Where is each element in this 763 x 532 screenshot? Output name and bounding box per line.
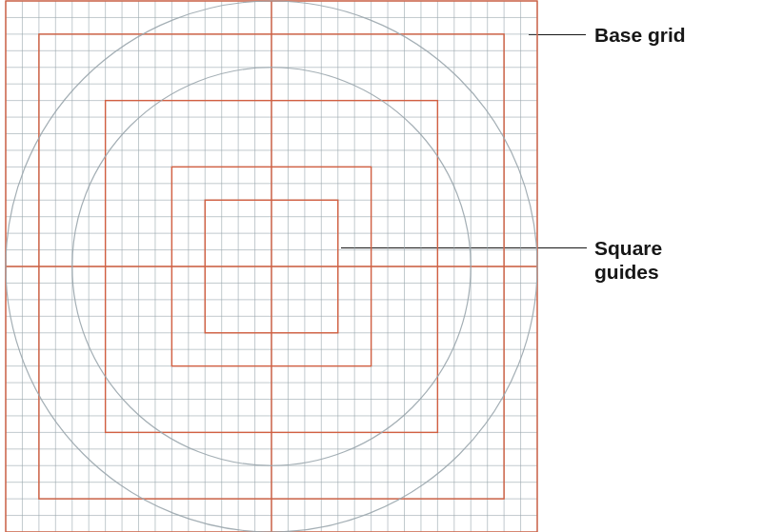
grid-svg (5, 0, 538, 532)
grid-area (5, 0, 538, 532)
label-square-guides: Square guides (594, 236, 662, 284)
diagram-stage: Base grid Square guides (0, 0, 763, 532)
label-base-grid: Base grid (594, 23, 686, 47)
